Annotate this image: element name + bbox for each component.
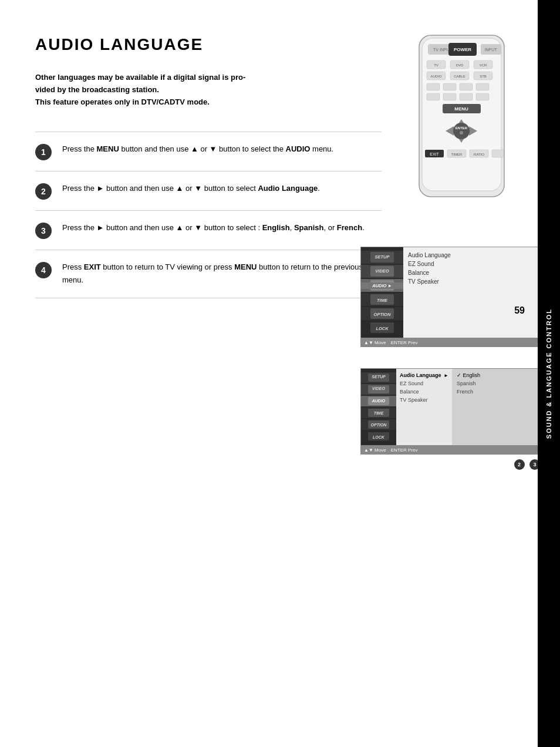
right-panels: SETUP VIDEO AUDIO ► TIME OPTION LOCK Aud…: [360, 247, 542, 479]
svg-rect-43: [492, 150, 504, 157]
menu-panel-2-enter: ENTER Prev: [391, 447, 418, 453]
vertical-sidebar: SOUND & LANGUAGE CONTROL: [538, 0, 560, 747]
svg-rect-26: [460, 93, 473, 100]
svg-text:EXIT: EXIT: [430, 152, 439, 156]
steps-section: 1 Press the MENU button and then use ▲ o…: [35, 132, 382, 298]
step-2-circle: 2: [35, 183, 52, 200]
svg-point-36: [460, 131, 463, 134]
step-2-text: Press the ► button and then use ▲ or ▼ b…: [62, 182, 320, 195]
menu-panel-1-bottombar: ▲▼ Move ENTER Prev: [360, 338, 542, 347]
step-3: 3 Press the ► button and then use ▲ or ▼…: [35, 210, 382, 250]
intro-line2: vided by the broadcasting station.: [35, 85, 159, 94]
step-4-text: Press EXIT button to return to TV viewin…: [62, 261, 382, 287]
step-1-text: Press the MENU button and then use ▲ or …: [62, 143, 333, 156]
menu-panel-1: SETUP VIDEO AUDIO ► TIME OPTION LOCK Aud…: [360, 247, 542, 347]
page-number: 59: [514, 305, 525, 316]
svg-text:ENTER: ENTER: [456, 126, 468, 130]
svg-text:RATIO: RATIO: [474, 153, 484, 156]
sub-item-spanish: Spanish: [457, 379, 537, 388]
svg-rect-22: [460, 83, 473, 90]
svg-rect-27: [476, 93, 489, 100]
step-4: 4 Press EXIT button to return to TV view…: [35, 250, 382, 298]
remote-image: TV INPUT POWER INPUT TV DVD VCR AUDIO: [402, 32, 525, 205]
step-4-circle: 4: [35, 262, 52, 278]
svg-text:AUDIO: AUDIO: [430, 75, 441, 78]
svg-rect-21: [443, 83, 456, 90]
sub-item-english: ✓ English: [457, 371, 537, 379]
svg-rect-25: [443, 93, 456, 100]
menu-item-audio-lang-active: Audio Language►: [400, 371, 448, 379]
menu-panel-2-main: Audio Language► EZ Sound Balance TV Spea…: [396, 369, 452, 445]
menu-item-tv-speaker-2: TV Speaker: [400, 396, 448, 404]
svg-text:VCR: VCR: [480, 63, 487, 67]
svg-text:DVD: DVD: [456, 63, 464, 67]
svg-text:TV: TV: [434, 63, 438, 67]
menu-panel-2-bottomtext: ▲▼ Move: [364, 447, 386, 453]
svg-text:MENU: MENU: [454, 106, 468, 112]
svg-rect-20: [427, 83, 440, 90]
intro-line3: This feature operates only in DTV/CADTV …: [35, 97, 210, 106]
menu-panel-1-labels: SETUP VIDEO AUDIO ► TIME OPTION LOCK: [361, 247, 403, 338]
svg-text:TIMER: TIMER: [451, 153, 463, 156]
panel-2-3-indicators: 2 3: [360, 458, 540, 470]
step-1-circle: 1: [35, 144, 52, 160]
svg-text:INPUT: INPUT: [485, 48, 498, 52]
sub-item-french: French: [457, 388, 537, 396]
menu-item-ez-sound-2: EZ Sound: [400, 379, 448, 388]
menu-item-balance-2: Balance: [400, 388, 448, 396]
menu-item-audio-language: Audio Language: [408, 251, 537, 260]
panel-2-indicator: 2: [514, 459, 525, 470]
menu-panel-2: SETUP VIDEO AUDIO TIME OPTION LOCK Audio…: [360, 368, 542, 470]
svg-rect-23: [476, 83, 489, 90]
svg-text:CABLE: CABLE: [454, 75, 465, 78]
menu-panel-1-bottomtext: ▲▼ Move: [364, 340, 386, 345]
menu-panel-1-main: Audio Language EZ Sound Balance TV Speak…: [403, 247, 542, 338]
intro-line1: Other languages may be available if a di…: [35, 73, 245, 82]
step-2: 2 Press the ► button and then use ▲ or ▼…: [35, 171, 382, 210]
menu-panel-2-labels: SETUP VIDEO AUDIO TIME OPTION LOCK: [361, 369, 396, 445]
menu-item-balance: Balance: [408, 268, 537, 277]
vertical-sidebar-text: SOUND & LANGUAGE CONTROL: [545, 308, 552, 439]
step-1: 1 Press the MENU button and then use ▲ o…: [35, 132, 382, 171]
step-3-circle: 3: [35, 223, 52, 239]
menu-panel-2-sub: ✓ English Spanish French: [452, 369, 542, 445]
step-3-text: Press the ► button and then use ▲ or ▼ b…: [62, 221, 365, 234]
svg-rect-24: [427, 93, 440, 100]
svg-text:POWER: POWER: [454, 47, 471, 52]
menu-panel-2-bottombar: ▲▼ Move ENTER Prev: [360, 446, 542, 455]
menu-item-tv-speaker: TV Speaker: [408, 277, 537, 286]
menu-panel-1-enter: ENTER Prev: [391, 340, 418, 345]
svg-text:STB: STB: [480, 75, 487, 78]
menu-item-ez-sound: EZ Sound: [408, 260, 537, 268]
intro-text: Other languages may be available if a di…: [35, 72, 317, 108]
